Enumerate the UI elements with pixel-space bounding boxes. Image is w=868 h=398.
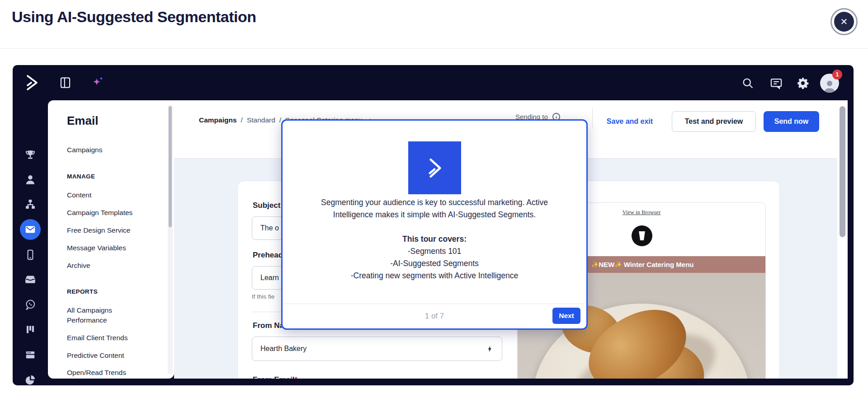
- sidebar-item-email-client-trends[interactable]: Email Client Trends: [67, 334, 127, 342]
- tour-covers-title: This tour covers:: [292, 233, 577, 245]
- sidebar-item-predictive-content[interactable]: Predictive Content: [67, 351, 124, 360]
- ai-sparkle-icon[interactable]: [90, 75, 105, 90]
- activecampaign-chevron-icon: [421, 155, 448, 182]
- page-title: Using AI-Suggested Segmentation: [12, 8, 256, 26]
- header-divider: [0, 48, 868, 49]
- sidebar-section-reports: REPORTS: [67, 288, 98, 295]
- tour-covers-item: -Segments 101: [292, 245, 577, 258]
- kanban-icon[interactable]: [24, 324, 36, 336]
- preheader-value: Learn: [260, 274, 279, 282]
- tour-step-indicator: 1 of 7: [283, 304, 586, 328]
- sidebar-section-manage: MANAGE: [67, 173, 95, 180]
- automations-sitemap-icon[interactable]: [24, 198, 36, 210]
- sidebar-item-campaign-templates[interactable]: Campaign Templates: [67, 209, 132, 217]
- banner-title: Winter Catering Menu: [622, 261, 693, 268]
- left-rail: [13, 100, 48, 385]
- tour-covers-item: -Creating new segments with Active Intel…: [292, 270, 577, 282]
- sidebar-item-open-read-trends[interactable]: Open/Read Trends: [67, 369, 126, 377]
- breadcrumb-standard[interactable]: Standard: [247, 116, 275, 124]
- send-now-button[interactable]: Send now: [764, 111, 819, 132]
- cup-icon: [638, 231, 646, 240]
- contacts-icon[interactable]: [24, 174, 36, 186]
- tour-covers-item: -AI-Suggested Segments: [292, 258, 577, 270]
- main-scrollbar-thumb[interactable]: [840, 106, 845, 237]
- activecampaign-logo-icon[interactable]: [24, 74, 40, 91]
- site-tracking-icon[interactable]: [24, 349, 36, 361]
- close-button[interactable]: ✕: [830, 8, 858, 35]
- person-icon: [822, 78, 837, 93]
- from-email-label: From Email*: [253, 375, 297, 379]
- breadcrumb-separator: /: [241, 116, 243, 124]
- sidebar-item-content[interactable]: Content: [67, 191, 91, 199]
- inbox-tray-icon[interactable]: [24, 273, 36, 285]
- panel-columns-icon[interactable]: [59, 76, 71, 89]
- tour-intro-text: Segmenting your audience is key to succe…: [301, 197, 568, 221]
- sparkle-emoji: ✨: [614, 261, 622, 268]
- from-name-input[interactable]: Hearth Bakery: [252, 337, 502, 361]
- tour-modal: Segmenting your audience is key to succe…: [281, 119, 588, 330]
- deals-trophy-icon[interactable]: [24, 149, 36, 161]
- brand-logo-circle: [632, 225, 652, 246]
- personalize-bolt-icon[interactable]: [486, 345, 494, 353]
- save-and-exit-button[interactable]: Save and exit: [603, 111, 657, 132]
- sparkle-emoji: ✨: [591, 261, 599, 268]
- subject-value: The o: [260, 224, 279, 232]
- sidebar-scrollbar[interactable]: [168, 105, 173, 374]
- sidebar-heading: Email: [67, 114, 98, 128]
- mobile-icon[interactable]: [24, 249, 36, 261]
- email-envelope-icon: [24, 224, 36, 235]
- whatsapp-icon[interactable]: [24, 299, 36, 310]
- top-navbar: 1: [13, 65, 854, 100]
- reports-pie-icon[interactable]: [24, 374, 36, 385]
- sidebar-item-free-design-service[interactable]: Free Design Service: [67, 226, 130, 234]
- sidebar-scrollbar-thumb[interactable]: [169, 106, 172, 227]
- gear-icon[interactable]: [797, 77, 809, 89]
- email-sidebar: Email Campaigns MANAGE Content Campaign …: [48, 100, 174, 379]
- sidebar-item-all-campaigns-performance[interactable]: All Campaigns Performance: [67, 305, 151, 325]
- tour-covers: This tour covers: -Segments 101 -AI-Sugg…: [292, 233, 577, 282]
- required-asterisk: *: [295, 375, 298, 379]
- chat-icon[interactable]: [770, 77, 783, 90]
- preheader-help-text: If this fie: [252, 293, 274, 300]
- from-name-value: Hearth Bakery: [260, 345, 307, 353]
- subject-label: Subject: [253, 201, 280, 210]
- header-divider-line: [592, 108, 593, 128]
- sidebar-item-archive[interactable]: Archive: [67, 262, 90, 270]
- sidebar-item-campaigns[interactable]: Campaigns: [67, 146, 102, 154]
- breadcrumb-campaigns[interactable]: Campaigns: [199, 116, 237, 124]
- email-nav-active[interactable]: [20, 219, 41, 240]
- search-icon[interactable]: [741, 77, 754, 89]
- banner-new: NEW: [599, 261, 614, 268]
- test-and-preview-button[interactable]: Test and preview: [672, 111, 756, 132]
- from-email-text: From Email: [253, 375, 295, 379]
- notification-badge[interactable]: 1: [832, 70, 842, 80]
- main-scrollbar[interactable]: [837, 100, 848, 379]
- app-window: 1 Email Campaigns MANAGE Content Campaig…: [13, 65, 854, 385]
- activecampaign-logo-tile: [408, 141, 461, 194]
- next-button[interactable]: Next: [552, 308, 580, 324]
- sidebar-item-message-variables[interactable]: Message Variables: [67, 244, 126, 252]
- close-icon[interactable]: ✕: [834, 12, 854, 32]
